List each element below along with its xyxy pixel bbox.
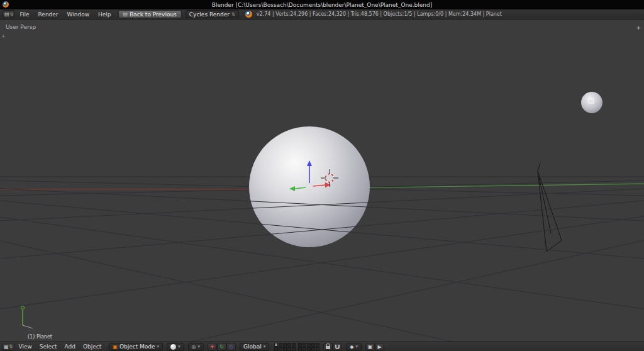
expand-region-icon[interactable]: +	[636, 25, 641, 31]
interaction-mode-select[interactable]: ▣ Object Mode ▾	[109, 343, 163, 351]
layer-cell[interactable]	[274, 347, 278, 351]
scene-lock-button[interactable]	[323, 343, 333, 351]
layer-cell[interactable]	[307, 343, 311, 347]
layer-group-left[interactable]	[274, 343, 296, 351]
layer-cell[interactable]	[316, 347, 319, 351]
layer-cell[interactable]	[279, 343, 282, 347]
viewport-editor-icon: ▦	[4, 344, 9, 350]
menu-select[interactable]: Select	[36, 342, 61, 351]
opengl-render-anim-button[interactable]: ▶	[375, 343, 384, 351]
menu-object[interactable]: Object	[79, 342, 105, 351]
snap-toggle-button[interactable]	[333, 343, 342, 351]
pivot-icon: ◎	[192, 344, 196, 350]
shading-ball-icon	[170, 344, 176, 350]
rotate-manipulator-button[interactable]: ↻	[217, 343, 226, 351]
chevron-down-icon: ▾	[198, 344, 201, 349]
back-to-previous-label: Back to Previous	[130, 11, 177, 18]
chevron-down-icon: ▾	[157, 344, 160, 349]
planet-object[interactable]	[249, 126, 370, 247]
scale-manipulator-button[interactable]: ◇	[226, 343, 236, 351]
menu-add[interactable]: Add	[61, 342, 79, 351]
magnet-icon	[335, 345, 340, 349]
snap-element-icon: ◆	[350, 344, 353, 350]
blender-logo-icon	[3, 1, 9, 8]
layer-cell[interactable]	[311, 347, 315, 351]
layers-widget[interactable]	[274, 343, 319, 351]
menu-view[interactable]: View	[14, 342, 35, 351]
layer-cell[interactable]	[283, 347, 287, 351]
layer-cell[interactable]	[303, 343, 306, 347]
translate-icon: ✚	[210, 344, 214, 350]
title-bar: Blender [C:\Users\Bossach\Documents\blen…	[0, 0, 644, 9]
editor-type-button-3dview[interactable]: ▦ ⇅	[2, 343, 14, 351]
mode-label: Object Mode	[119, 343, 155, 350]
camera-object[interactable]	[538, 163, 562, 252]
render-camera-icon: ▣	[368, 344, 373, 350]
menu-help[interactable]: Help	[94, 9, 116, 20]
view-persp-label: User Persp	[6, 24, 36, 30]
layer-cell[interactable]	[311, 343, 315, 347]
scale-icon: ◇	[230, 344, 233, 350]
engine-label: Cycles Render	[189, 11, 230, 18]
object-mode-icon: ▣	[113, 344, 118, 350]
moon-object[interactable]	[581, 92, 602, 113]
info-editor-icon: ▤	[4, 11, 9, 17]
layer-cell[interactable]	[307, 347, 311, 351]
layer-cell[interactable]	[292, 347, 296, 351]
editor-type-button[interactable]: ▤ ⇅	[3, 10, 15, 18]
pivot-point-select[interactable]: ◎ ▾	[188, 343, 204, 351]
layer-cell[interactable]	[303, 347, 306, 351]
layer-cell[interactable]	[274, 343, 278, 347]
blender-logo-icon	[245, 11, 252, 18]
info-header-bar: ▤ ⇅ File Render Window Help ▤ Back to Pr…	[0, 9, 644, 20]
layer-cell[interactable]	[287, 347, 291, 351]
opengl-render-still-button[interactable]: ▣	[365, 343, 375, 351]
chevron-down-icon: ▾	[178, 344, 180, 349]
layer-group-right[interactable]	[298, 343, 319, 351]
layer-cell[interactable]	[298, 343, 302, 347]
render-engine-select[interactable]: Cycles Render ⇅	[186, 10, 239, 18]
blender-window: Blender [C:\Users\Bossach\Documents\blen…	[0, 0, 644, 351]
rotate-icon: ↻	[219, 344, 224, 350]
mini-axis-gizmo	[21, 306, 33, 329]
menu-window[interactable]: Window	[63, 9, 94, 20]
screen-icon: ▤	[123, 11, 128, 17]
window-title: Blender [C:\Users\Bossach\Documents\blen…	[212, 2, 433, 8]
lock-icon	[326, 346, 330, 349]
scene-stats-text: v2.74 | Verts:24,296 | Faces:24,320 | Tr…	[257, 11, 502, 17]
chevron-down-icon: ▾	[264, 344, 266, 349]
back-to-previous-button[interactable]: ▤ Back to Previous	[118, 10, 182, 18]
menu-render[interactable]: Render	[34, 9, 63, 20]
layer-cell[interactable]	[292, 343, 296, 347]
expand-region-left-icon[interactable]: +	[1, 33, 6, 39]
updown-chevron-icon: ⇅	[10, 12, 14, 17]
layer-cell[interactable]	[283, 343, 287, 347]
active-object-label: (1) Planet	[28, 334, 52, 340]
texture-marker	[589, 99, 594, 103]
updown-chevron-icon: ⇅	[9, 344, 13, 349]
layer-cell[interactable]	[316, 343, 319, 347]
chevron-down-icon: ▾	[356, 344, 358, 349]
updown-chevron-icon: ⇅	[231, 12, 235, 17]
render-anim-icon: ▶	[377, 344, 381, 350]
transform-orientation-select[interactable]: Global ▾	[240, 343, 269, 351]
viewport-shading-select[interactable]: ▾	[167, 343, 184, 351]
viewport-3d[interactable]: User Persp (1) Planet + +	[0, 20, 644, 342]
menu-file[interactable]: File	[15, 9, 33, 20]
orientation-label: Global	[243, 343, 262, 350]
layer-cell[interactable]	[298, 347, 302, 351]
layer-cell[interactable]	[279, 347, 282, 351]
snap-element-select[interactable]: ◆ ▾	[346, 343, 362, 351]
viewport-header-bar: ▦ ⇅ View Select Add Object ▣ Object Mode…	[0, 342, 644, 351]
translate-manipulator-button[interactable]: ✚	[208, 343, 217, 351]
layer-cell[interactable]	[287, 343, 291, 347]
